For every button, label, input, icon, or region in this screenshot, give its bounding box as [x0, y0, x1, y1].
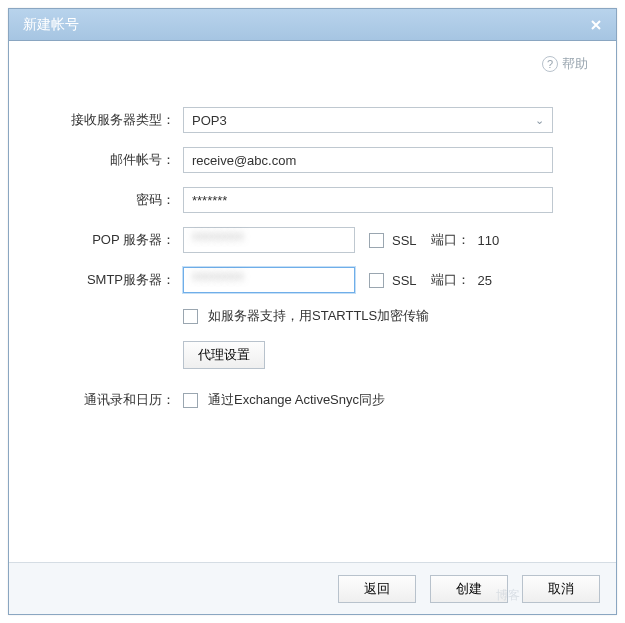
titlebar: 新建帐号 — [9, 9, 616, 41]
close-button[interactable] — [586, 15, 606, 35]
help-link[interactable]: ? 帮助 — [542, 55, 588, 73]
label-account: 邮件帐号： — [33, 151, 183, 169]
pop-ssl-label: SSL — [392, 233, 417, 248]
smtp-server-input[interactable]: xxxxxxxx — [183, 267, 355, 293]
pop-port-input[interactable] — [476, 227, 518, 253]
smtp-port-input[interactable] — [476, 267, 518, 293]
cancel-button[interactable]: 取消 — [522, 575, 600, 603]
label-smtp: SMTP服务器： — [33, 271, 183, 289]
help-label: 帮助 — [562, 55, 588, 73]
eas-label: 通过Exchange ActiveSnyc同步 — [208, 391, 385, 409]
chevron-down-icon: ⌄ — [535, 114, 544, 127]
help-icon: ? — [542, 56, 558, 72]
pop-server-input[interactable]: xxxxxxxx — [183, 227, 355, 253]
dialog-title: 新建帐号 — [23, 16, 79, 34]
row-account: 邮件帐号： — [33, 147, 592, 173]
row-smtp: SMTP服务器： xxxxxxxx SSL 端口： — [33, 267, 592, 293]
create-button[interactable]: 创建 — [430, 575, 508, 603]
pop-ssl-checkbox[interactable] — [369, 233, 384, 248]
row-contacts: 通讯录和日历： 通过Exchange ActiveSnyc同步 — [33, 391, 592, 409]
form: 接收服务器类型： POP3 ⌄ 邮件帐号： 密码： POP 服务器： xxxxx… — [33, 107, 592, 409]
row-proxy: 代理设置 — [33, 341, 592, 369]
pop-port-label: 端口： — [431, 231, 470, 249]
label-contacts: 通讯录和日历： — [33, 391, 183, 409]
password-input[interactable] — [183, 187, 553, 213]
dialog-footer: 返回 创建 取消 博客 — [9, 562, 616, 614]
starttls-checkbox[interactable] — [183, 309, 198, 324]
row-pop: POP 服务器： xxxxxxxx SSL 端口： — [33, 227, 592, 253]
eas-checkbox[interactable] — [183, 393, 198, 408]
row-starttls: 如服务器支持，用STARTTLS加密传输 — [33, 307, 592, 325]
smtp-ssl-checkbox[interactable] — [369, 273, 384, 288]
dialog-body: ? 帮助 接收服务器类型： POP3 ⌄ 邮件帐号： 密码： POP 服务器： — [9, 41, 616, 562]
proxy-settings-button[interactable]: 代理设置 — [183, 341, 265, 369]
smtp-ssl-label: SSL — [392, 273, 417, 288]
server-type-value: POP3 — [192, 113, 227, 128]
label-password: 密码： — [33, 191, 183, 209]
account-input[interactable] — [183, 147, 553, 173]
starttls-label: 如服务器支持，用STARTTLS加密传输 — [208, 307, 429, 325]
row-password: 密码： — [33, 187, 592, 213]
back-button[interactable]: 返回 — [338, 575, 416, 603]
row-server-type: 接收服务器类型： POP3 ⌄ — [33, 107, 592, 133]
label-server-type: 接收服务器类型： — [33, 111, 183, 129]
smtp-port-label: 端口： — [431, 271, 470, 289]
dialog-new-account: 新建帐号 ? 帮助 接收服务器类型： POP3 ⌄ 邮件帐号： 密码： — [8, 8, 617, 615]
server-type-select[interactable]: POP3 ⌄ — [183, 107, 553, 133]
close-icon — [590, 19, 602, 31]
label-pop: POP 服务器： — [33, 231, 183, 249]
